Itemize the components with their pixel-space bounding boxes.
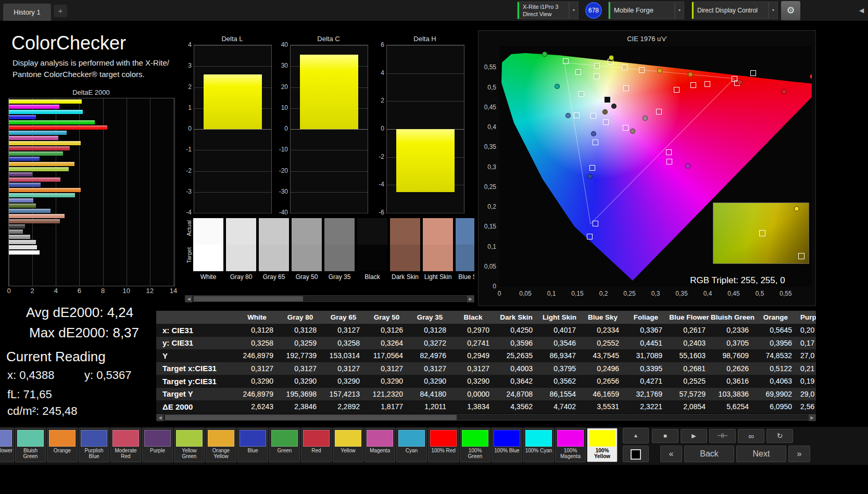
- patch-color: [240, 430, 266, 447]
- patch-button[interactable]: 100% Green: [460, 428, 490, 462]
- scroll-left-icon: ◀: [158, 415, 161, 420]
- patch-label: 100% Cyan: [524, 448, 553, 453]
- table-cell: 0,3127: [322, 364, 365, 373]
- patch-label: Yellow Green: [174, 448, 204, 459]
- axis-tick-label: 4: [370, 69, 384, 77]
- patch-button[interactable]: Purple: [142, 428, 173, 462]
- axis-tick-label: -2: [370, 153, 384, 160]
- scroll-right-button[interactable]: ▶: [809, 414, 815, 421]
- deltae-bar-row: [9, 110, 174, 114]
- color-swatch: Gray 50: [292, 218, 322, 281]
- scroll-right-button[interactable]: ▶: [467, 296, 474, 302]
- patch-button[interactable]: Bluish Green: [15, 428, 46, 462]
- patch-button[interactable]: Green: [269, 428, 300, 462]
- scroll-left-button[interactable]: ◀: [185, 296, 192, 302]
- axis-tick-label: -20: [273, 167, 288, 174]
- patch-button[interactable]: 100% Red: [428, 428, 459, 462]
- deltae-bar: [9, 131, 67, 135]
- table-cell: 0,3128: [408, 326, 451, 334]
- column-header: Gray 65: [322, 313, 365, 321]
- play-icon: ▶: [691, 433, 696, 439]
- table-cell: 0,3546: [538, 339, 581, 347]
- strip-expand-button[interactable]: ▲: [623, 428, 649, 444]
- play-button[interactable]: ▶: [681, 429, 707, 443]
- delta-l-chart: Delta L 43210-1-2-3-4: [194, 45, 271, 212]
- next-button[interactable]: Next: [736, 446, 786, 462]
- patch-preview-button[interactable]: [623, 446, 649, 462]
- deltae-bar: [9, 167, 69, 171]
- table-cell: 0,3795: [538, 364, 581, 373]
- gridline: [291, 129, 368, 130]
- patch-button[interactable]: Cyan: [396, 428, 427, 462]
- table-scrollbar[interactable]: ◀ ▶: [156, 414, 816, 421]
- column-header: Gray 35: [408, 313, 451, 321]
- target-point: [690, 82, 696, 88]
- target-point: [589, 165, 595, 171]
- patch-button[interactable]: Yellow: [333, 428, 363, 462]
- display-control-dropdown-button[interactable]: ▼: [769, 2, 778, 19]
- tab-history-1[interactable]: History 1: [3, 4, 51, 21]
- axis-tick-label: 2: [177, 83, 192, 91]
- add-tab-button[interactable]: +: [54, 5, 67, 17]
- table-cell: 2,56: [797, 402, 816, 411]
- patch-button[interactable]: Magenta: [364, 428, 395, 462]
- patch-button[interactable]: 100% Magenta: [555, 428, 586, 462]
- patch-button[interactable]: Blue Flower: [0, 428, 14, 462]
- deltae-bar-row: [9, 141, 174, 145]
- actual-swatch: [390, 218, 420, 245]
- double-chevron-left-icon: «: [669, 449, 674, 458]
- target-point: [705, 81, 710, 87]
- patch-button[interactable]: 100% Blue: [492, 428, 522, 462]
- swatch-label: White: [193, 273, 223, 281]
- patch-button[interactable]: Moderate Red: [110, 428, 141, 462]
- patch-button[interactable]: Red: [301, 428, 332, 462]
- back-button[interactable]: Back: [684, 446, 734, 462]
- page-subtitle: Display analysis is performed with the X…: [12, 57, 180, 80]
- deltae-bar-row: [9, 193, 174, 197]
- column-header: Purplish Blue: [797, 313, 816, 321]
- target-point: [622, 65, 627, 70]
- top-bar: History 1 + X-Rite i1Pro 3 Direct View ▼…: [0, 0, 868, 21]
- scrollbar-thumb[interactable]: [165, 415, 457, 420]
- patch-button[interactable]: Blue: [237, 428, 268, 462]
- stop-button[interactable]: ■: [652, 429, 678, 443]
- range-button[interactable]: ⊣⊢: [709, 429, 736, 443]
- scroll-left-button[interactable]: ◀: [157, 414, 163, 421]
- meter-dropdown-button[interactable]: ▼: [569, 2, 578, 19]
- column-header: White: [235, 313, 279, 321]
- last-button[interactable]: »: [788, 446, 810, 462]
- swatch-scrollbar[interactable]: ◀ ▶: [185, 295, 474, 302]
- first-button[interactable]: «: [660, 446, 682, 462]
- deltae-bar: [9, 125, 107, 130]
- target-point: [656, 109, 662, 115]
- loop-button[interactable]: ∞: [738, 429, 764, 443]
- patch-color: [398, 430, 425, 447]
- display-control-selector[interactable]: Direct Display Control: [691, 2, 769, 19]
- color-swatch: Gray 80: [226, 218, 256, 281]
- table-cell: 1,2011: [408, 402, 451, 411]
- target-square-marker: [759, 230, 765, 236]
- table-cell: 0,3290: [365, 377, 408, 385]
- patch-label: Blue Flower: [0, 448, 14, 453]
- patch-button[interactable]: 100% Cyan: [523, 428, 554, 462]
- table-cell: 0,2496: [581, 364, 624, 373]
- meter-selector[interactable]: X-Rite i1Pro 3 Direct View: [517, 2, 569, 19]
- patch-button[interactable]: 100% Yellow: [587, 428, 618, 462]
- patch-button[interactable]: Purplish Blue: [79, 428, 109, 462]
- scrollbar-thumb[interactable]: [194, 296, 303, 301]
- settings-button[interactable]: ⚙: [781, 1, 800, 20]
- source-selector[interactable]: Mobile Forge: [608, 2, 675, 19]
- target-point: [587, 234, 593, 239]
- patch-button[interactable]: Orange: [47, 428, 78, 462]
- gridline: [291, 45, 368, 46]
- refresh-button[interactable]: ↻: [766, 429, 793, 443]
- reading-cdm2: cd/m²: 245,48: [7, 404, 78, 418]
- deltae-bar-row: [9, 235, 174, 239]
- patch-button[interactable]: Yellow Green: [174, 428, 205, 462]
- table-cell: 98,7609: [711, 351, 754, 360]
- source-dropdown-button[interactable]: ▼: [675, 2, 684, 19]
- collapse-panel-button[interactable]: ◀: [859, 7, 864, 14]
- axis-tick-label: -3: [177, 188, 192, 195]
- axis-tick-label: 0,45: [725, 290, 742, 297]
- patch-button[interactable]: Orange Yellow: [206, 428, 236, 462]
